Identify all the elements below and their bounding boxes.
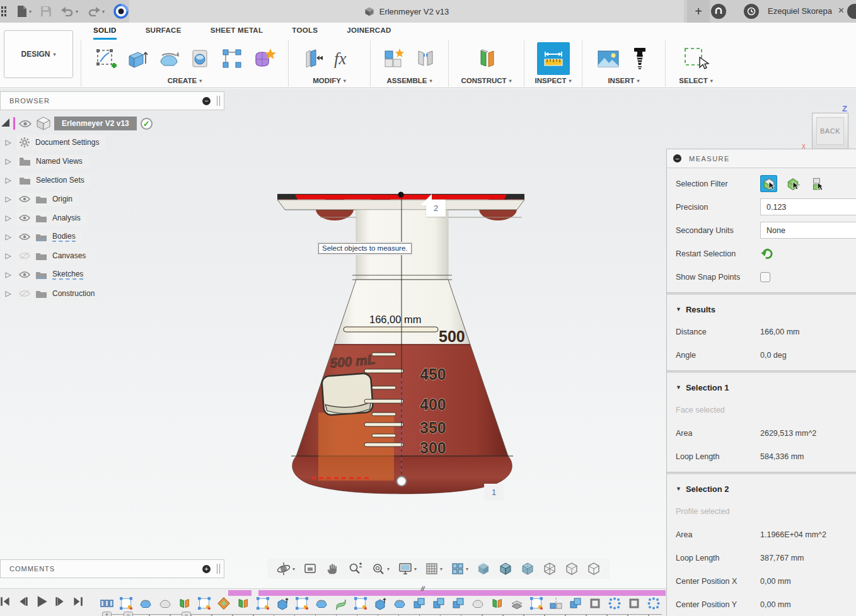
- redo-caret[interactable]: [102, 9, 105, 14]
- browser-item-construction[interactable]: Construction: [0, 284, 153, 303]
- expand-arrow-icon[interactable]: [0, 138, 16, 147]
- create-form-icon[interactable]: [250, 43, 277, 74]
- browser-item-label[interactable]: Origin: [52, 195, 72, 203]
- timeline-expand-icon[interactable]: +: [102, 612, 112, 616]
- measure-collapse-icon[interactable]: −: [673, 154, 681, 163]
- create-sketch-icon[interactable]: [92, 43, 120, 74]
- tab-sheet-metal[interactable]: SHEET METAL: [211, 26, 263, 40]
- sketch-feature-icon[interactable]: [295, 596, 309, 610]
- extrude-feature-icon[interactable]: [275, 596, 289, 610]
- select-face-filter-icon[interactable]: [760, 175, 777, 192]
- timeline-collapse-icon[interactable]: −: [124, 612, 133, 616]
- look-at-icon[interactable]: [303, 562, 317, 576]
- skip-to-end-icon[interactable]: [72, 596, 83, 607]
- sketch-feature-icon[interactable]: [197, 596, 211, 610]
- workspace-switcher[interactable]: DESIGN: [4, 30, 73, 78]
- hole-icon[interactable]: [187, 43, 214, 74]
- viewports-caret[interactable]: [466, 566, 468, 572]
- view-cube[interactable]: BACK: [812, 113, 848, 149]
- revolve-icon[interactable]: [155, 43, 183, 74]
- group-label-select[interactable]: SELECT: [679, 77, 712, 87]
- wireframe-visible-cube-icon[interactable]: [587, 562, 601, 576]
- revolve-gray-feature-icon[interactable]: [158, 596, 172, 610]
- view-cube-face[interactable]: BACK: [816, 117, 844, 145]
- group-feature-icon[interactable]: [100, 596, 113, 610]
- browser-drag-handle[interactable]: [217, 96, 220, 106]
- new-tab-button[interactable]: [687, 0, 710, 23]
- combine-feature-icon[interactable]: [569, 596, 582, 610]
- timeline-group-bar[interactable]: [258, 590, 666, 596]
- expand-arrow-icon[interactable]: [0, 270, 16, 279]
- wireframe-cube-icon[interactable]: [543, 562, 557, 576]
- expand-arrow-icon[interactable]: [0, 176, 16, 185]
- new-component-icon[interactable]: [380, 43, 408, 74]
- extension-manager-icon[interactable]: [113, 4, 129, 19]
- comments-panel-header[interactable]: COMMENTS +: [0, 559, 224, 578]
- tab-surface[interactable]: SURFACE: [146, 26, 182, 40]
- timeline-group-bar[interactable]: [228, 590, 252, 596]
- browser-item-label[interactable]: Selection Sets: [36, 176, 84, 185]
- loft-green-feature-icon[interactable]: [334, 596, 348, 610]
- revolve-feature-icon[interactable]: [315, 596, 328, 610]
- pan-icon[interactable]: [325, 562, 339, 576]
- expand-arrow-icon[interactable]: [0, 232, 16, 241]
- pattern-feature-icon[interactable]: [608, 596, 622, 610]
- tab-solid[interactable]: SOLID: [93, 26, 117, 40]
- browser-item-canvases[interactable]: Canvases: [0, 246, 153, 265]
- restart-selection-icon[interactable]: [760, 247, 774, 261]
- zoom-icon[interactable]: [347, 562, 362, 576]
- tab-tools[interactable]: TOOLS: [292, 26, 318, 40]
- shell-feature-icon[interactable]: [588, 596, 602, 610]
- timeline-collapse-icon[interactable]: −: [182, 612, 191, 616]
- play-icon[interactable]: [35, 595, 48, 608]
- measure-icon[interactable]: [537, 42, 570, 75]
- browser-item-document-settings[interactable]: Document Settings: [0, 133, 153, 152]
- browser-item-label[interactable]: Named Views: [36, 157, 83, 166]
- browser-item-label[interactable]: Bodies: [52, 232, 76, 242]
- select-tool-icon[interactable]: [682, 43, 710, 74]
- results-section-header[interactable]: Results: [667, 299, 856, 320]
- browser-item-label[interactable]: Document Settings: [35, 138, 99, 147]
- browser-item-label[interactable]: Sketches: [52, 270, 83, 280]
- construction-plane-icon[interactable]: [473, 43, 500, 74]
- shell-feature-icon[interactable]: [627, 596, 641, 610]
- group-label-create[interactable]: CREATE: [168, 77, 202, 87]
- eye-icon[interactable]: [19, 214, 30, 222]
- extrude-icon[interactable]: [124, 43, 151, 74]
- skip-to-start-icon[interactable]: [0, 596, 11, 607]
- shaded-cube-icon[interactable]: [477, 562, 490, 576]
- viewports-icon[interactable]: [451, 562, 468, 576]
- origin-point-marker[interactable]: [397, 477, 407, 486]
- browser-root-item[interactable]: Erlenmeyer V2 v13: [0, 114, 153, 133]
- insert-fastener-icon[interactable]: [626, 43, 654, 74]
- plane-feature-icon[interactable]: [236, 596, 250, 610]
- tab-joinercad[interactable]: JOINERCAD: [347, 26, 391, 40]
- user-name[interactable]: Ezequiel Skorepa: [768, 6, 832, 16]
- grid-icon[interactable]: [425, 562, 442, 576]
- browser-item-label[interactable]: Analysis: [52, 214, 81, 222]
- tab-close-icon[interactable]: [838, 6, 845, 15]
- precision-dropdown[interactable]: 0.123: [760, 198, 856, 215]
- combine-feature-icon[interactable]: [432, 596, 446, 610]
- sketch-feature-icon[interactable]: [256, 596, 270, 610]
- save-button[interactable]: [40, 6, 52, 17]
- pattern-icon[interactable]: [218, 43, 246, 74]
- expand-arrow-icon[interactable]: [0, 214, 16, 222]
- undo-button[interactable]: [61, 6, 78, 16]
- display-caret[interactable]: [414, 566, 417, 572]
- wireframe-hidden-cube-icon[interactable]: [565, 562, 579, 576]
- browser-item-origin[interactable]: Origin: [0, 190, 153, 208]
- grid-caret[interactable]: [440, 566, 442, 572]
- combine-feature-icon[interactable]: [412, 596, 426, 610]
- undo-caret[interactable]: [76, 9, 78, 14]
- job-status-clock-icon[interactable]: [744, 4, 759, 19]
- combine-feature-icon[interactable]: [451, 596, 465, 610]
- expand-arrow-icon[interactable]: [0, 157, 16, 166]
- eye-icon[interactable]: [19, 271, 30, 278]
- sketch-feature-icon[interactable]: [529, 596, 543, 610]
- comments-add-icon[interactable]: +: [202, 565, 211, 573]
- sketch-feature-icon[interactable]: [354, 596, 367, 610]
- avatar[interactable]: [847, 4, 856, 19]
- group-label-modify[interactable]: MODIFY: [313, 77, 346, 87]
- flask-cap-plate[interactable]: [277, 200, 524, 210]
